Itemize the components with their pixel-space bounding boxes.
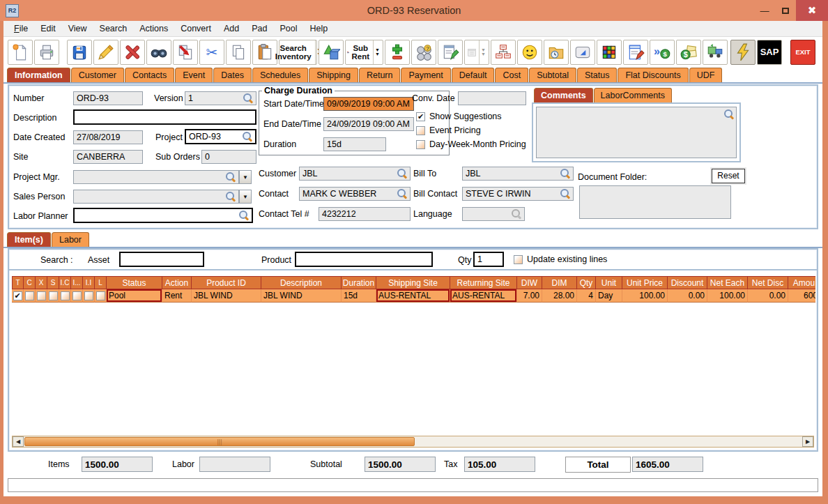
items-hscrollbar[interactable]: ◀ ▶ — [12, 436, 814, 448]
tab-status[interactable]: Status — [577, 68, 617, 82]
cell-product-id[interactable]: JBL WIND — [192, 289, 261, 303]
labor-planner-field[interactable] — [73, 208, 253, 223]
asset-input[interactable] — [119, 252, 204, 267]
column-header[interactable]: Product ID — [192, 276, 261, 289]
row-checkbox[interactable] — [49, 291, 58, 300]
memo-edit-button[interactable] — [623, 40, 648, 65]
tab-labor-comments[interactable]: LaborComments — [594, 88, 672, 102]
tab-subtotal[interactable]: Subtotal — [529, 68, 576, 82]
print-button[interactable] — [34, 40, 59, 65]
tab-information[interactable]: Information — [7, 68, 70, 82]
sales-person-dropdown[interactable]: ▼ — [239, 190, 252, 204]
column-header[interactable]: Qty — [577, 276, 596, 289]
event-pricing-checkbox[interactable] — [416, 126, 425, 135]
menu-pool[interactable]: Pool — [273, 22, 303, 35]
show-suggestions-checkbox[interactable]: ✔ — [416, 112, 425, 121]
cell-net-each[interactable]: 100.00 — [707, 289, 748, 303]
tab-customer[interactable]: Customer — [71, 68, 124, 82]
cell-unit-price[interactable]: 100.00 — [622, 289, 668, 303]
tab-return[interactable]: Return — [359, 68, 401, 82]
project-mgr-dropdown[interactable]: ▼ — [239, 170, 252, 184]
tab-shipping[interactable]: Shipping — [309, 68, 358, 82]
tab-event[interactable]: Event — [175, 68, 213, 82]
menu-actions[interactable]: Actions — [133, 22, 174, 35]
row-checkbox[interactable] — [84, 291, 93, 300]
menu-add[interactable]: Add — [217, 22, 245, 35]
kit-blocks-button[interactable] — [597, 40, 622, 65]
shortcut-key-button[interactable] — [570, 40, 595, 65]
project-field[interactable]: ORD-93 — [185, 129, 256, 144]
row-checkbox[interactable]: ✔ — [13, 291, 22, 300]
scroll-left-icon[interactable]: ◀ — [13, 436, 24, 447]
convert-currency-button[interactable]: »$ — [650, 40, 675, 65]
minimize-button[interactable]: — — [754, 0, 775, 21]
cell-status[interactable]: Pool — [107, 289, 162, 303]
column-header[interactable]: DIW — [517, 276, 542, 289]
row-checkbox[interactable] — [25, 291, 34, 300]
quick-action-button[interactable] — [730, 40, 756, 65]
labor-planner-search-icon[interactable] — [239, 211, 249, 220]
column-header-I.I[interactable]: I.I — [83, 276, 95, 289]
find-button[interactable] — [146, 40, 171, 65]
document-folder-field[interactable] — [579, 185, 731, 219]
bill-to-search-icon[interactable] — [560, 169, 570, 178]
cell-duration[interactable]: 15d — [342, 289, 376, 303]
start-date-field[interactable]: 09/09/2019 09:00 AM — [323, 97, 414, 111]
description-field[interactable] — [73, 109, 256, 125]
comments-search-icon[interactable] — [724, 109, 734, 119]
customer-search-icon[interactable] — [397, 169, 407, 178]
tab-dates[interactable]: Dates — [213, 68, 252, 82]
tab-labor[interactable]: Labor — [52, 232, 89, 247]
column-header-S[interactable]: S — [47, 276, 59, 289]
cell-shipping-site[interactable]: AUS-RENTAL — [376, 289, 450, 303]
cell-unit[interactable]: Day — [596, 289, 622, 303]
shapes-3d-button[interactable] — [319, 40, 344, 65]
order-hierarchy-button[interactable] — [491, 40, 516, 65]
column-header-I.C[interactable]: I.C — [59, 276, 71, 289]
update-existing-lines-checkbox[interactable] — [514, 255, 523, 264]
product-input[interactable] — [295, 252, 433, 267]
row-checkbox[interactable] — [72, 291, 82, 300]
cell-net-disc[interactable]: 0.00 — [748, 289, 788, 303]
availability-button[interactable]: ? — [411, 40, 436, 65]
column-header[interactable]: Duration — [342, 276, 376, 289]
row-checkbox[interactable] — [96, 291, 105, 300]
menu-file[interactable]: File — [8, 22, 34, 35]
close-button[interactable]: ✖ — [796, 0, 828, 21]
project-mgr-search-icon[interactable] — [226, 172, 236, 182]
copy-button[interactable] — [226, 40, 251, 65]
tab-payment[interactable]: Payment — [401, 68, 450, 82]
column-header-C[interactable]: C — [24, 276, 36, 289]
cell-amou[interactable]: 600 — [788, 289, 815, 303]
history-folder-button[interactable] — [544, 40, 569, 65]
cell-action[interactable]: Rent — [162, 289, 192, 303]
column-header[interactable]: Action — [162, 276, 192, 289]
delivery-button[interactable] — [703, 40, 728, 65]
contact-search-icon[interactable] — [397, 189, 407, 199]
column-header-X[interactable]: X — [36, 276, 47, 289]
column-header[interactable]: Unit — [596, 276, 622, 289]
menu-search[interactable]: Search — [93, 22, 134, 35]
column-header[interactable]: Net Each — [707, 276, 748, 289]
tab-flat-discounts[interactable]: Flat Discounts — [618, 68, 688, 82]
sub-rent-dropdown-icon[interactable]: ▼▼ — [373, 40, 381, 64]
tab-cost[interactable]: Cost — [495, 68, 528, 82]
notes-button[interactable] — [438, 40, 463, 65]
column-header-I...[interactable]: I... — [71, 276, 83, 289]
tab-comments[interactable]: Comments — [534, 88, 593, 102]
tab-items[interactable]: Item(s) — [7, 232, 51, 247]
column-header[interactable]: Unit Price — [622, 276, 668, 289]
column-header[interactable]: DIM — [542, 276, 577, 289]
dwm-pricing-checkbox[interactable] — [416, 140, 425, 149]
tab-default[interactable]: Default — [452, 68, 495, 82]
cell-diw[interactable]: 7.00 — [517, 289, 542, 303]
search-inventory-button[interactable]: SearchInventory ▼▼ — [279, 40, 317, 65]
exit-button[interactable]: EXIT — [790, 40, 815, 65]
maximize-button[interactable] — [775, 0, 796, 21]
column-header[interactable]: Returning Site — [450, 276, 517, 289]
cell-dim[interactable]: 28.00 — [542, 289, 577, 303]
edit-button[interactable] — [93, 40, 118, 65]
delete-button[interactable] — [120, 40, 145, 65]
column-header-T[interactable]: T — [12, 276, 24, 289]
menu-help[interactable]: Help — [304, 22, 335, 35]
